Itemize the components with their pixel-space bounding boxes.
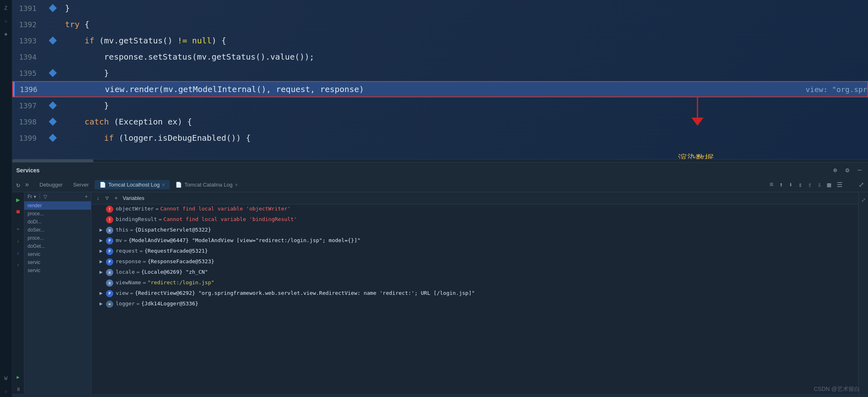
frame-filter-icon[interactable]: ▽ [43, 194, 47, 200]
var-eq: = [136, 300, 140, 307]
expand-arrow[interactable]: ▶ [99, 290, 106, 296]
frame-item-servic1[interactable]: servic [24, 250, 91, 258]
expand-arrow[interactable]: ▶ [99, 237, 106, 243]
line-content: } [61, 101, 868, 110]
var-name: view [116, 290, 128, 296]
tab-refresh-icon[interactable]: ↻ [15, 180, 22, 190]
line-content: } [61, 68, 868, 78]
blue-icon-4: P [106, 290, 113, 297]
app-left-bar: Z ☆ ◈ W ☆ [0, 0, 12, 397]
code-editor: 1391 } 1392 try { 1393 [12, 0, 868, 162]
toolbar-icon-down[interactable]: ⬇ [787, 180, 795, 190]
line-gutter [45, 38, 61, 43]
tab-server[interactable]: Server [68, 180, 93, 189]
tab-tomcat-localhost-label: Tomcat Localhost Log [108, 182, 160, 188]
var-row-bindingResult: ! bindingResult = Cannot find local vari… [91, 215, 858, 225]
expand-arrow[interactable]: ▶ [99, 248, 106, 254]
frame-label: Fr [28, 194, 32, 200]
debug-pause-icon[interactable]: ⏸ [14, 385, 23, 394]
var-val: {Locale@6269} "zh_CN" [141, 269, 208, 275]
frame-item-proce1[interactable]: proce... [24, 210, 91, 218]
var-name: response [116, 258, 141, 264]
tab-tomcat-localhost[interactable]: 📄 Tomcat Localhost Log × [95, 180, 170, 189]
var-val: {DispatcherServlet@5322} [135, 227, 211, 233]
code-line-1399: 1399 if (logger.isDebugEnabled()) { [12, 130, 868, 146]
frame-item-servic3[interactable]: servic [24, 266, 91, 275]
tab-more-icon[interactable]: » [24, 180, 31, 189]
var-name: this [116, 227, 128, 233]
code-line-1391: 1391 } [12, 0, 868, 16]
toolbar-icon-upload[interactable]: ⇧ [806, 180, 814, 190]
frame-dropdown-icon[interactable]: ▾ [34, 194, 36, 200]
debug-resume-icon[interactable]: ▶ [14, 195, 23, 204]
toolbar-icon-updown[interactable]: ⇕ [797, 180, 804, 190]
step-down-icon[interactable]: ↓ [95, 194, 101, 202]
frame-item-proce2[interactable]: proce... [24, 234, 91, 242]
toolbar-icon-expand[interactable]: ⤢ [857, 180, 866, 190]
debug-step-into-icon[interactable]: ↓ [14, 237, 23, 246]
toolbar-icon-list[interactable]: ☰ [835, 180, 844, 190]
debug-play-icon[interactable]: ▶ [14, 373, 23, 382]
frame-item-doser[interactable]: doSer... [24, 226, 91, 234]
scrollbar-thumb[interactable] [12, 159, 93, 162]
app-icon-2[interactable]: ☆ [0, 15, 12, 27]
var-name: bindingResult [116, 216, 157, 222]
services-settings-icon[interactable]: ⚙ [843, 166, 852, 175]
services-add-icon[interactable]: ⊕ [831, 166, 840, 175]
tab-tomcat-catalina[interactable]: 📄 Tomcat Catalina Log × [171, 180, 243, 189]
frame-item-dodi[interactable]: doDi... [24, 218, 91, 226]
line-content: view.render(mv.getModelInternal(), reque… [62, 84, 797, 94]
var-row-viewName: ≡ viewName = "redirect:/login.jsp" [91, 278, 858, 289]
expand-arrow[interactable]: ▶ [99, 227, 106, 233]
frame-item-render[interactable]: render [24, 202, 91, 210]
var-name: locale [116, 269, 135, 275]
filter-icon[interactable]: ▽ [104, 194, 110, 202]
tab-debugger[interactable]: Debugger [35, 180, 67, 189]
add-watch-icon[interactable]: + [113, 194, 119, 202]
app-icon-bottom[interactable]: ☆ [0, 386, 12, 397]
debug-stop-icon[interactable]: ■ [14, 208, 23, 217]
frame-add-icon[interactable]: + [85, 194, 88, 200]
debug-step-over-icon[interactable]: ↷ [14, 225, 23, 234]
var-name: logger [116, 300, 135, 307]
horizontal-scrollbar[interactable] [12, 159, 868, 162]
frame-item-servic2[interactable]: servic [24, 258, 91, 266]
var-val: {RequestFacade@5321} [145, 248, 208, 254]
app-icon-web[interactable]: W [0, 373, 12, 384]
var-eq: = [130, 227, 133, 233]
variables-header: ↓ ▽ + Variables [91, 192, 858, 204]
error-icon-2: ! [106, 216, 113, 223]
var-row-response: ▶ P response = {ResponseFacade@5323} [91, 257, 858, 268]
tab-file-icon-2: 📄 [175, 182, 182, 188]
var-row-mv: ▶ P mv = {ModelAndView@6447} "ModelAndVi… [91, 236, 858, 247]
line-content: if (logger.isDebugEnabled()) { [61, 133, 868, 143]
line-num: 1398 [12, 118, 45, 126]
expand-arrow[interactable]: ▶ [99, 300, 106, 307]
app-icon-3[interactable]: ◈ [0, 28, 12, 40]
line-content: } [61, 3, 868, 13]
var-row-request: ▶ P request = {RequestFacade@5321} [91, 247, 858, 257]
variables-title: Variables [123, 195, 144, 201]
toolbar-icon-up[interactable]: ⬆ [777, 180, 785, 190]
line-num: 1393 [12, 36, 45, 45]
expand-arrow[interactable]: ▶ [99, 269, 106, 275]
var-val: {ModelAndView@6447} "ModelAndView [view=… [128, 237, 360, 243]
tab-close-2[interactable]: × [235, 182, 238, 188]
frame-panel: Fr ▾ ▽ + render proce... doDi... doSer..… [24, 192, 91, 394]
debug-step-out-icon[interactable]: ↑ [14, 261, 23, 270]
tab-close-1[interactable]: × [162, 182, 165, 188]
blue-icon-2: P [106, 248, 113, 255]
tab-debugger-label: Debugger [39, 182, 63, 188]
frame-item-doget[interactable]: doGet... [24, 242, 91, 250]
toolbar-icon-grid[interactable]: ▦ [825, 180, 833, 190]
toolbar-icon-download[interactable]: ⇩ [816, 180, 823, 190]
breakpoint [49, 69, 57, 77]
sidebar-expand-btn[interactable]: ⤢ [859, 195, 868, 204]
expand-arrow[interactable]: ▶ [99, 258, 106, 264]
toolbar-icon-1[interactable]: ≡ [768, 180, 775, 189]
app-icon-1[interactable]: Z [0, 2, 12, 14]
breakpoint [49, 4, 57, 12]
services-minimize-icon[interactable]: — [855, 166, 864, 175]
line-num: 1395 [12, 69, 45, 77]
debug-active-icon[interactable]: ↓ [14, 249, 23, 258]
